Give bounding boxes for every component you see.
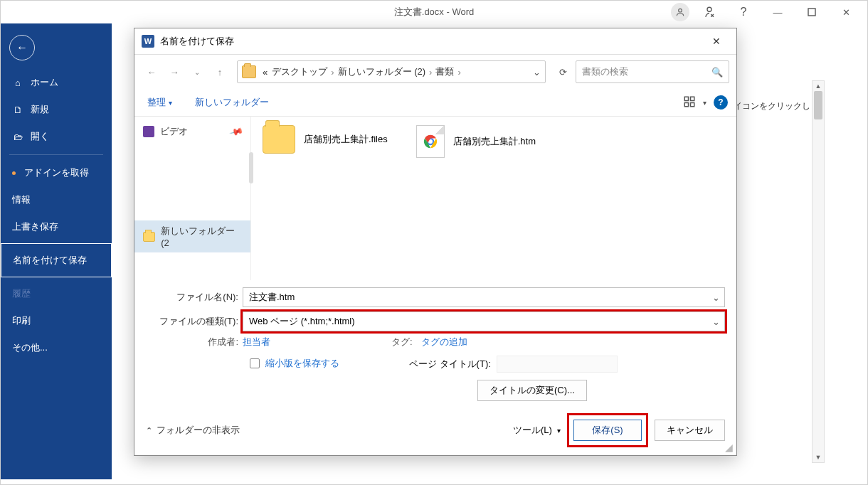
change-title-button[interactable]: タイトルの変更(C)... (477, 380, 587, 401)
organize-button[interactable]: 整理▾ (143, 93, 176, 112)
cancel-button[interactable]: キャンセル (655, 420, 725, 441)
save-button[interactable]: 保存(S) (573, 420, 642, 441)
newfolder-button[interactable]: 新しいフォルダー (191, 93, 273, 112)
hint-text: イコンをクリックしま (734, 100, 819, 112)
filename-input[interactable]: 注文書.htm ⌄ (243, 287, 725, 307)
minimize-icon[interactable]: ― (763, 2, 792, 22)
hide-folders-button[interactable]: ⌃ フォルダーの非表示 (146, 424, 240, 437)
dialog-close-icon[interactable]: ✕ (704, 33, 729, 50)
back-button[interactable]: ← (9, 35, 35, 60)
tag-label: タグ: (391, 336, 417, 348)
svg-rect-6 (691, 102, 694, 106)
nav-up-icon[interactable]: ↑ (210, 62, 230, 82)
folder-tree: ビデオ 📌 新しいフォルダー (2 (134, 117, 251, 280)
breadcrumb-item[interactable]: 新しいフォルダー (2) (336, 65, 428, 78)
file-item[interactable]: 店舗別売上集計.files (263, 125, 388, 154)
svg-rect-2 (808, 9, 815, 16)
svg-rect-3 (684, 97, 688, 100)
sidebar-item-history: 履歴 (1, 280, 112, 307)
file-pane[interactable]: 店舗別売上集計.files 店舗別売上集計.htm (251, 117, 736, 280)
svg-rect-5 (684, 102, 688, 106)
chevron-right-icon: › (329, 67, 335, 78)
new-icon: 🗋 (12, 105, 23, 115)
folder-icon (242, 65, 256, 78)
scroll-down-icon[interactable]: ▼ (813, 452, 824, 462)
tree-item-video[interactable]: ビデオ 📌 (134, 121, 250, 142)
chevron-down-icon[interactable]: ⌄ (712, 316, 720, 327)
close-icon[interactable]: ✕ (832, 2, 860, 22)
address-bar[interactable]: « デスクトップ › 新しいフォルダー (2) › 書類 › ⌄ (237, 60, 546, 83)
breadcrumb-item[interactable]: 書類 (433, 65, 456, 78)
svg-point-1 (707, 7, 711, 11)
backstage-sidebar: ← ⌂ホーム 🗋新規 🗁開く アドインを取得 情報 上書き保存 名前を付けて保存… (1, 23, 112, 479)
search-placeholder: 書類の検索 (582, 65, 628, 78)
thumbnail-checkbox[interactable] (250, 358, 260, 368)
sidebar-item-overwrite[interactable]: 上書き保存 (1, 213, 112, 240)
file-name: 店舗別売上集計.files (304, 133, 388, 146)
pagetitle-input[interactable] (497, 356, 618, 373)
account-icon[interactable] (671, 3, 689, 21)
tree-label: 新しいフォルダー (2 (161, 225, 242, 248)
filetype-select[interactable]: Web ページ (*.htm;*.html) ⌄ (243, 311, 725, 331)
html-file-icon (416, 125, 445, 158)
sidebar-item-home[interactable]: ⌂ホーム (1, 69, 112, 96)
tree-item-newfolder[interactable]: 新しいフォルダー (2 (134, 220, 250, 252)
nav-forward-icon[interactable]: → (164, 62, 184, 82)
sidebar-item-open[interactable]: 🗁開く (1, 123, 112, 150)
sidebar-item-print[interactable]: 印刷 (1, 307, 112, 334)
nav-back-icon[interactable]: ← (142, 62, 162, 82)
dialog-fields: ファイル名(N): 注文書.htm ⌄ ファイルの種類(T): Web ページ … (134, 280, 736, 405)
author-label: 作成者: (146, 336, 243, 348)
tools-button[interactable]: ツール(L) ▾ (513, 424, 561, 437)
document-scrollbar[interactable]: ▲ ▼ (812, 80, 825, 463)
search-input[interactable]: 書類の検索 🔍 (576, 60, 729, 83)
refresh-icon[interactable]: ⟳ (553, 62, 573, 82)
breadcrumb-item[interactable]: デスクトップ (270, 65, 329, 78)
maximize-icon[interactable] (798, 2, 826, 22)
comingsoon-icon[interactable] (695, 2, 724, 22)
help-icon[interactable]: ? (714, 95, 728, 110)
sidebar-label: 上書き保存 (12, 220, 58, 233)
chevron-down-icon[interactable]: ⌄ (712, 292, 720, 303)
tree-splitter[interactable] (249, 152, 253, 183)
view-mode-icon[interactable] (683, 95, 696, 110)
chevron-down-icon[interactable]: ▾ (703, 99, 706, 107)
chevron-down-icon: ▾ (557, 427, 561, 435)
pin-icon[interactable]: 📌 (228, 124, 243, 139)
tree-label: ビデオ (160, 125, 188, 138)
bullet-icon (12, 171, 16, 175)
pagetitle-label: ページ タイトル(T): (409, 358, 491, 371)
dialog-title: 名前を付けて保存 (160, 35, 234, 48)
sidebar-label: ホーム (31, 76, 58, 89)
sidebar-label: 履歴 (12, 287, 31, 300)
thumbnail-label[interactable]: 縮小版を保存する (265, 357, 339, 370)
sidebar-item-other[interactable]: その他... (1, 334, 112, 361)
breadcrumb-prefix: « (260, 67, 270, 78)
address-dropdown-icon[interactable]: ⌄ (533, 67, 541, 78)
folder-icon (143, 232, 155, 242)
sidebar-label: アドインを取得 (24, 166, 89, 179)
sidebar-item-getaddin[interactable]: アドインを取得 (1, 159, 112, 186)
file-item[interactable]: 店舗別売上集計.htm (416, 125, 536, 158)
scroll-thumb[interactable] (814, 91, 822, 119)
resize-grip-icon[interactable]: ◢ (725, 444, 735, 454)
svg-rect-4 (691, 97, 694, 100)
dialog-footer: ⌃ フォルダーの非表示 ツール(L) ▾ 保存(S) キャンセル (134, 405, 736, 455)
sidebar-label: 新規 (31, 103, 49, 116)
sidebar-item-new[interactable]: 🗋新規 (1, 96, 112, 123)
save-highlight: 保存(S) (569, 415, 646, 445)
help-icon[interactable]: ? (729, 2, 758, 22)
filename-value: 注文書.htm (249, 291, 295, 304)
chevron-down-icon: ▾ (169, 99, 172, 107)
nav-recent-icon[interactable]: ⌄ (187, 62, 207, 82)
hide-folders-label: フォルダーの非表示 (157, 424, 240, 437)
dialog-toolbar: 整理▾ 新しいフォルダー ▾ ? (134, 89, 736, 117)
scroll-up-icon[interactable]: ▲ (813, 81, 824, 91)
sidebar-item-saveas[interactable]: 名前を付けて保存 (1, 243, 112, 277)
word-icon: W (142, 35, 154, 48)
author-value[interactable]: 担当者 (243, 336, 270, 348)
sidebar-label: その他... (12, 341, 48, 354)
divider (9, 154, 103, 155)
sidebar-item-info[interactable]: 情報 (1, 186, 112, 213)
tag-input[interactable]: タグの追加 (421, 336, 467, 348)
